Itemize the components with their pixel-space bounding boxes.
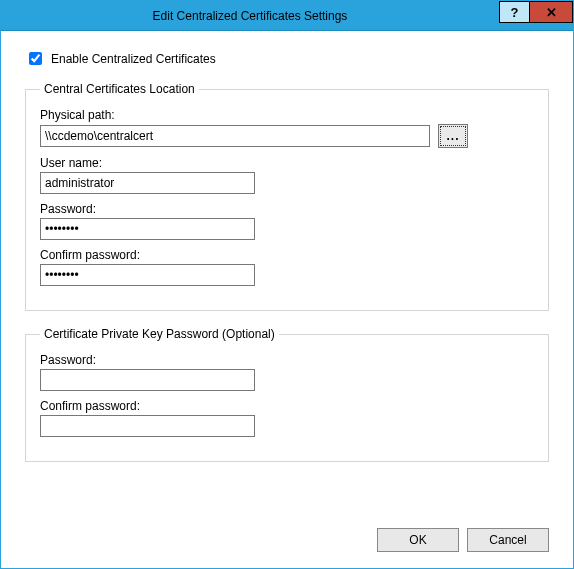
central-location-group: Central Certificates Location Physical p… xyxy=(25,82,549,311)
pk-password-field: Password: xyxy=(40,353,534,391)
browse-button[interactable]: ... xyxy=(438,124,468,148)
pk-password-label: Password: xyxy=(40,353,534,367)
pk-confirm-password-input[interactable] xyxy=(40,415,255,437)
help-button[interactable]: ? xyxy=(499,1,529,23)
close-button[interactable]: ✕ xyxy=(529,1,573,23)
dialog-window: Edit Centralized Certificates Settings ?… xyxy=(0,0,574,569)
physical-path-field: Physical path: ... xyxy=(40,108,534,148)
username-label: User name: xyxy=(40,156,534,170)
password-label: Password: xyxy=(40,202,534,216)
confirm-password-label: Confirm password: xyxy=(40,248,534,262)
private-key-group: Certificate Private Key Password (Option… xyxy=(25,327,549,462)
password-field: Password: xyxy=(40,202,534,240)
central-location-legend: Central Certificates Location xyxy=(40,82,199,96)
ok-button[interactable]: OK xyxy=(377,528,459,552)
dialog-footer: OK Cancel xyxy=(25,518,549,552)
enable-checkbox-row: Enable Centralized Certificates xyxy=(25,49,549,68)
window-title: Edit Centralized Certificates Settings xyxy=(1,9,499,23)
dialog-body: Enable Centralized Certificates Central … xyxy=(1,31,573,568)
username-field: User name: xyxy=(40,156,534,194)
physical-path-input[interactable] xyxy=(40,125,430,147)
physical-path-label: Physical path: xyxy=(40,108,534,122)
username-input[interactable] xyxy=(40,172,255,194)
confirm-password-field: Confirm password: xyxy=(40,248,534,286)
pk-confirm-password-field: Confirm password: xyxy=(40,399,534,437)
enable-centralized-label: Enable Centralized Certificates xyxy=(51,52,216,66)
cancel-button[interactable]: Cancel xyxy=(467,528,549,552)
confirm-password-input[interactable] xyxy=(40,264,255,286)
ellipsis-icon: ... xyxy=(446,129,459,143)
pk-confirm-password-label: Confirm password: xyxy=(40,399,534,413)
window-controls: ? ✕ xyxy=(499,1,573,30)
password-input[interactable] xyxy=(40,218,255,240)
private-key-legend: Certificate Private Key Password (Option… xyxy=(40,327,279,341)
enable-centralized-checkbox[interactable] xyxy=(29,52,42,65)
pk-password-input[interactable] xyxy=(40,369,255,391)
title-bar: Edit Centralized Certificates Settings ?… xyxy=(1,1,573,31)
